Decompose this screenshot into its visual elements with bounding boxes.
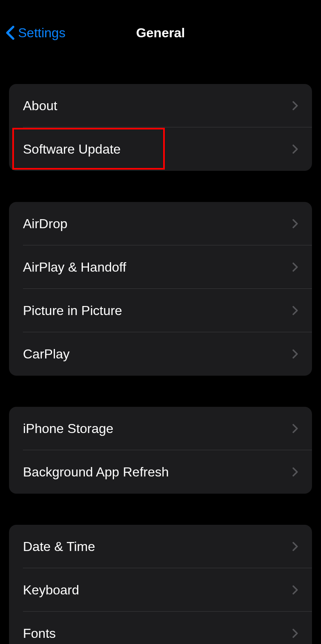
- content-area: About Software Update AirDrop AirPlay & …: [0, 84, 321, 644]
- row-label: Picture in Picture: [23, 303, 122, 318]
- row-carplay[interactable]: CarPlay: [9, 332, 312, 376]
- chevron-right-icon: [292, 542, 298, 551]
- row-label: Software Update: [23, 142, 121, 157]
- row-label: CarPlay: [23, 347, 70, 362]
- chevron-right-icon: [292, 349, 298, 359]
- back-button[interactable]: Settings: [4, 25, 66, 41]
- chevron-right-icon: [292, 424, 298, 433]
- row-label: About: [23, 98, 57, 113]
- row-picture-in-picture[interactable]: Picture in Picture: [9, 289, 312, 332]
- row-background-app-refresh[interactable]: Background App Refresh: [9, 450, 312, 494]
- row-fonts[interactable]: Fonts: [9, 612, 312, 644]
- row-airdrop[interactable]: AirDrop: [9, 202, 312, 245]
- row-software-update[interactable]: Software Update: [9, 127, 312, 171]
- row-label: Fonts: [23, 626, 56, 641]
- chevron-right-icon: [292, 262, 298, 272]
- chevron-right-icon: [292, 101, 298, 111]
- row-label: Keyboard: [23, 583, 79, 598]
- page-title: General: [136, 25, 185, 41]
- row-label: Date & Time: [23, 539, 95, 554]
- chevron-right-icon: [292, 628, 298, 638]
- chevron-right-icon: [292, 219, 298, 229]
- row-label: AirDrop: [23, 216, 67, 231]
- row-airplay-handoff[interactable]: AirPlay & Handoff: [9, 245, 312, 289]
- row-keyboard[interactable]: Keyboard: [9, 568, 312, 612]
- section-about: About Software Update: [9, 84, 312, 171]
- chevron-right-icon: [292, 467, 298, 477]
- section-airdrop: AirDrop AirPlay & Handoff Picture in Pic…: [9, 202, 312, 376]
- row-iphone-storage[interactable]: iPhone Storage: [9, 407, 312, 450]
- section-storage: iPhone Storage Background App Refresh: [9, 407, 312, 494]
- section-datetime: Date & Time Keyboard Fonts: [9, 525, 312, 644]
- back-label: Settings: [18, 25, 66, 41]
- chevron-left-icon: [6, 25, 15, 40]
- chevron-right-icon: [292, 144, 298, 154]
- chevron-right-icon: [292, 306, 298, 315]
- chevron-right-icon: [292, 585, 298, 595]
- row-label: AirPlay & Handoff: [23, 260, 126, 275]
- row-about[interactable]: About: [9, 84, 312, 127]
- row-label: iPhone Storage: [23, 421, 114, 436]
- row-date-time[interactable]: Date & Time: [9, 525, 312, 568]
- navigation-bar: Settings General: [0, 14, 321, 51]
- row-label: Background App Refresh: [23, 465, 169, 480]
